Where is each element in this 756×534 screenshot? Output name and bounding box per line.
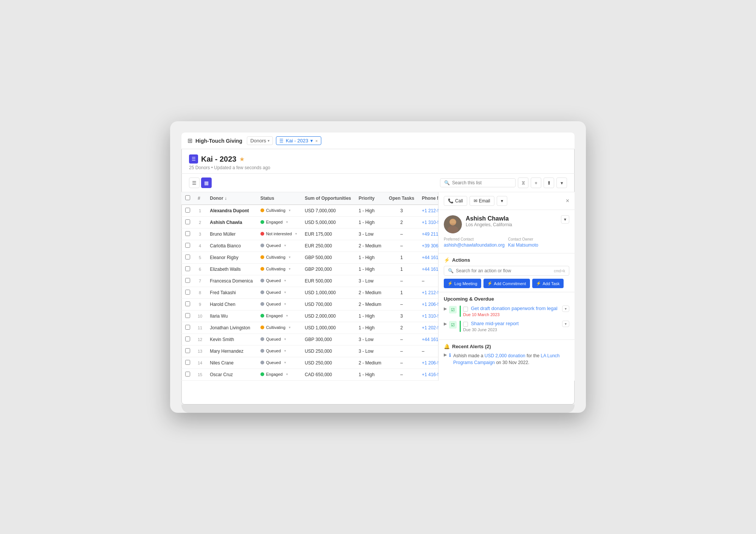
task-name-2[interactable]: Share mid-year report [471, 321, 519, 326]
row-donor-name[interactable]: Carlotta Bianco [206, 240, 256, 252]
phone-link[interactable]: +1 206-555-1234 [422, 302, 438, 307]
status-chevron[interactable]: ▾ [284, 349, 286, 353]
search-input[interactable] [452, 180, 511, 185]
status-chevron[interactable]: ▾ [284, 279, 286, 282]
status-chevron[interactable]: ▾ [286, 220, 288, 224]
log-meeting-btn[interactable]: ⚡ Log Meeting [444, 279, 481, 288]
row-phone[interactable]: +1 202-555-4567 [418, 322, 438, 334]
row-phone[interactable]: +44 161 123 4567 [418, 252, 438, 264]
row-checkbox[interactable] [185, 243, 190, 248]
add-commitment-btn[interactable]: ⚡ Add Commitment [483, 279, 530, 288]
row-donor-name[interactable]: Niles Crane [206, 357, 256, 369]
select-all-checkbox[interactable] [185, 195, 190, 200]
row-status[interactable]: Queued ▾ [257, 346, 301, 357]
status-chevron[interactable]: ▾ [284, 302, 286, 306]
row-donor-name[interactable]: Kevin Smith [206, 334, 256, 346]
phone-link[interactable]: +1 206-555-0000 [422, 360, 438, 366]
table-row[interactable]: 11 Jonathan Livingston Cultivating ▾ USD… [181, 322, 438, 334]
alert-expand-1[interactable]: ▶ [444, 352, 447, 357]
row-checkbox[interactable] [185, 372, 190, 377]
status-chevron[interactable]: ▾ [284, 361, 286, 364]
close-panel-btn[interactable]: × [566, 198, 569, 204]
phone-link[interactable]: +1 202-555-4567 [422, 325, 438, 330]
task-expand-1[interactable]: ▶ [444, 306, 447, 311]
status-chevron[interactable]: ▾ [284, 244, 286, 247]
row-checkbox[interactable] [185, 219, 190, 224]
row-donor-name[interactable]: Bruno Müller [206, 228, 256, 240]
row-checkbox[interactable] [185, 278, 190, 283]
call-btn[interactable]: 📞 Call [444, 196, 467, 206]
table-row[interactable]: 6 Elizabeth Walls Cultivating ▾ GBP 200,… [181, 264, 438, 275]
row-status[interactable]: Engaged ▾ [257, 310, 301, 322]
phone-link[interactable]: +1 310-555-1255 [422, 313, 438, 319]
task-checkbox-1[interactable] [463, 307, 468, 312]
task-expand-2[interactable]: ▶ [444, 321, 447, 326]
share-btn[interactable]: ⬆ [544, 177, 554, 188]
table-row[interactable]: 10 Ilaria Wu Engaged ▾ USD 2,000,000 1 -… [181, 310, 438, 322]
row-status[interactable]: Engaged ▾ [257, 217, 301, 228]
status-chevron[interactable]: ▾ [286, 372, 288, 376]
row-checkbox[interactable] [185, 208, 190, 213]
row-status[interactable]: Queued ▾ [257, 334, 301, 346]
status-chevron[interactable]: ▾ [284, 290, 286, 294]
row-phone[interactable]: +1 212-555-5500 [418, 287, 438, 299]
row-donor-name[interactable]: Mary Hernandez [206, 346, 256, 357]
email-btn[interactable]: ✉ Email [469, 196, 494, 206]
tab-close[interactable]: × [315, 139, 318, 143]
row-phone[interactable]: +44 161 123 4567 [418, 334, 438, 346]
table-row[interactable]: 13 Mary Hernandez Queued ▾ USD 250,000 3… [181, 346, 438, 357]
row-donor-name[interactable]: Elizabeth Walls [206, 264, 256, 275]
row-phone[interactable]: +39 306 123456 [418, 240, 438, 252]
row-status[interactable]: Queued ▾ [257, 275, 301, 287]
grid-icon[interactable]: ⊞ [187, 137, 192, 144]
row-checkbox[interactable] [185, 290, 190, 295]
row-donor-name[interactable]: Oscar Cruz [206, 369, 256, 381]
preferred-contact-value[interactable]: ashish@chawlafoundation.org [444, 242, 505, 248]
list-view-btn[interactable]: ☰ [189, 177, 200, 188]
action-search-input[interactable] [456, 268, 552, 273]
table-row[interactable]: 4 Carlotta Bianco Queued ▾ EUR 250,000 2… [181, 240, 438, 252]
row-phone[interactable]: +49 211 5551235 [418, 228, 438, 240]
row-phone[interactable]: +44 161 555 6555 [418, 264, 438, 275]
row-status[interactable]: Queued ▾ [257, 357, 301, 369]
task-more-2[interactable]: ▾ [562, 321, 569, 327]
row-donor-name[interactable]: Eleanor Rigby [206, 252, 256, 264]
row-donor-name[interactable]: Alexandra Dupont [206, 205, 256, 217]
row-status[interactable]: Cultivating ▾ [257, 205, 301, 217]
more-actions-btn[interactable]: ▾ [497, 196, 507, 206]
row-donor-name[interactable]: Francesca Domenica [206, 275, 256, 287]
row-phone[interactable]: +1 310-555-2355 [418, 217, 438, 228]
task-checkbox-2[interactable] [463, 322, 468, 327]
grid-view-btn[interactable]: ▦ [201, 177, 212, 188]
phone-link[interactable]: +1 212-555-5500 [422, 290, 438, 295]
row-status[interactable]: Not interested ▾ [257, 228, 301, 240]
row-status[interactable]: Cultivating ▾ [257, 322, 301, 334]
phone-link[interactable]: +44 161 123 4567 [422, 337, 438, 342]
donors-breadcrumb[interactable]: Donors ▾ [247, 136, 273, 145]
table-row[interactable]: 5 Eleanor Rigby Cultivating ▾ GBP 500,00… [181, 252, 438, 264]
row-checkbox[interactable] [185, 325, 190, 330]
row-checkbox[interactable] [185, 266, 190, 271]
row-status[interactable]: Engaged ▾ [257, 369, 301, 381]
table-row[interactable]: 7 Francesca Domenica Queued ▾ EUR 500,00… [181, 275, 438, 287]
table-row[interactable]: 14 Niles Crane Queued ▾ USD 250,000 2 - … [181, 357, 438, 369]
star-icon[interactable]: ★ [239, 156, 245, 163]
phone-link[interactable]: +44 161 123 4567 [422, 255, 438, 260]
row-donor-name[interactable]: Fred Takashi [206, 287, 256, 299]
phone-link[interactable]: +49 211 5551235 [422, 232, 438, 237]
more-btn[interactable]: ▾ [556, 177, 567, 188]
table-row[interactable]: 15 Oscar Cruz Engaged ▾ CAD 650,000 1 - … [181, 369, 438, 381]
phone-link[interactable]: +1 416-555-2355 [422, 372, 438, 377]
phone-link[interactable]: +1 212-555-6789 [422, 208, 438, 213]
row-checkbox[interactable] [185, 301, 190, 306]
row-phone[interactable]: +1 206-555-1234 [418, 299, 438, 310]
row-donor-name[interactable]: Harold Chen [206, 299, 256, 310]
table-row[interactable]: 9 Harold Chen Queued ▾ USD 700,000 2 - M… [181, 299, 438, 310]
row-checkbox[interactable] [185, 255, 190, 259]
row-status[interactable]: Queued ▾ [257, 299, 301, 310]
table-row[interactable]: 3 Bruno Müller Not interested ▾ EUR 175,… [181, 228, 438, 240]
row-status[interactable]: Queued ▾ [257, 287, 301, 299]
add-task-btn[interactable]: ⚡ Add Task [532, 279, 564, 288]
add-btn[interactable]: + [531, 177, 541, 188]
contact-nav-btn[interactable]: ▾ [561, 215, 569, 224]
